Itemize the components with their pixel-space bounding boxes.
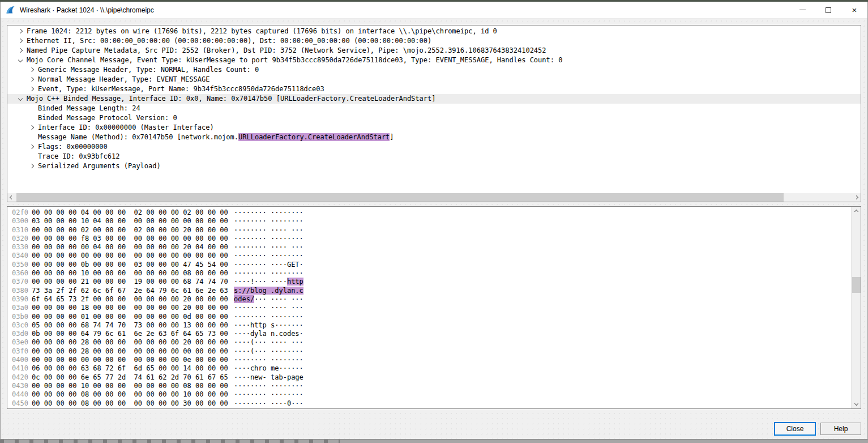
ascii-bytes[interactable]: ····chro me······ <box>234 364 303 372</box>
chevron-down-icon[interactable] <box>18 96 23 100</box>
tree-row[interactable]: Binded Message Protocol Version: 0 <box>7 113 861 123</box>
hex-bytes[interactable]: 00 00 00 00 f8 03 00 00 00 00 00 00 00 0… <box>32 235 234 243</box>
horizontal-scrollbar-thumb[interactable] <box>16 193 784 202</box>
tree-row[interactable]: Trace ID: 0x93bfc612 <box>7 152 861 161</box>
tree-row[interactable]: Normal Message Header, Type: EVENT_MESSA… <box>7 75 861 84</box>
hex-row[interactable]: 037000 00 00 00 21 00 00 00 19 00 00 00 … <box>12 278 850 286</box>
chevron-right-icon[interactable] <box>29 76 34 81</box>
hex-row[interactable]: 03f000 00 00 00 28 00 00 00 00 00 00 00 … <box>12 347 850 356</box>
hex-row[interactable]: 03b000 00 00 00 01 00 00 00 00 00 00 00 … <box>12 313 850 321</box>
tree-horizontal-scrollbar[interactable] <box>7 193 861 202</box>
hex-bytes[interactable]: 00 00 00 00 10 00 00 00 00 00 00 00 08 0… <box>32 269 234 278</box>
ascii-bytes[interactable]: ········ ···· ··· <box>234 243 303 251</box>
hex-bytes[interactable]: 00 00 00 00 02 00 00 00 02 00 00 00 20 0… <box>32 226 234 235</box>
ascii-bytes[interactable]: ········ ········ <box>234 390 303 398</box>
chevron-right-icon[interactable] <box>18 28 23 33</box>
tree-row[interactable]: Generic Message Header, Type: NORMAL, Ha… <box>7 65 861 75</box>
chevron-right-icon[interactable] <box>29 163 34 168</box>
hex-bytes[interactable]: 00 00 00 00 01 00 00 00 00 00 00 00 0d 0… <box>32 313 234 321</box>
chevron-right-icon[interactable] <box>18 48 23 52</box>
tree-row[interactable]: Flags: 0x00000000 <box>7 142 861 152</box>
tree-row[interactable]: Interface ID: 0x00000000 (Master Interfa… <box>7 123 861 133</box>
ascii-bytes[interactable]: ········ ········ <box>234 208 303 216</box>
ascii-bytes[interactable]: ········ ····0··· <box>234 399 303 407</box>
hex-row[interactable]: 034000 00 00 00 00 00 00 00 00 00 00 00 … <box>12 252 850 260</box>
ascii-bytes[interactable]: ····!··· ····http <box>234 278 303 286</box>
hex-row[interactable]: 032000 00 00 00 f8 03 00 00 00 00 00 00 … <box>12 235 850 243</box>
close-window-button[interactable]: × <box>841 2 867 18</box>
hex-bytes[interactable]: 00 00 00 00 21 00 00 00 19 00 00 00 68 7… <box>32 278 234 286</box>
hex-row[interactable]: 031000 00 00 00 02 00 00 00 02 00 00 00 … <box>12 226 850 235</box>
tree-row[interactable]: Mojo Core Channel Message, Event Type: k… <box>7 56 861 65</box>
hex-row[interactable]: 03c005 00 00 00 68 74 74 70 73 00 00 00 … <box>12 321 850 330</box>
ascii-bytes[interactable]: ········ ········ <box>234 235 303 242</box>
hex-row[interactable]: 033000 00 00 00 00 04 00 00 00 00 00 00 … <box>12 243 850 252</box>
hex-bytes[interactable]: 03 00 00 00 10 04 00 00 00 00 00 00 00 0… <box>32 217 234 225</box>
ascii-bytes[interactable]: ········ ········ <box>234 356 303 364</box>
tree-row[interactable]: Serialized Arguments (Payload) <box>7 161 861 171</box>
ascii-bytes[interactable]: ········ ········ <box>234 252 303 259</box>
hex-row[interactable]: 044000 00 00 00 08 00 00 00 00 00 00 00 … <box>12 390 850 399</box>
hex-bytes[interactable]: 00 00 00 00 00 00 00 00 00 00 00 00 00 0… <box>32 252 234 260</box>
ascii-bytes[interactable]: ········ ····GET· <box>234 261 303 269</box>
hex-row[interactable]: 043000 00 00 00 10 00 00 00 00 00 00 00 … <box>12 382 850 390</box>
tree-row[interactable]: Named Pipe Capture Metadata, Src PID: 25… <box>7 46 861 56</box>
hex-bytes[interactable]: 06 00 00 00 63 68 72 6f 6d 65 00 00 14 0… <box>32 364 234 373</box>
hex-row[interactable]: 035000 00 00 00 0b 00 00 00 03 00 00 00 … <box>12 261 850 269</box>
ascii-bytes[interactable]: s://blog .dylan.c <box>234 287 303 295</box>
hex-bytes[interactable]: 00 00 00 00 28 00 00 00 00 00 00 00 00 0… <box>32 347 234 356</box>
scroll-up-arrow-icon[interactable] <box>852 207 861 216</box>
scroll-down-arrow-icon[interactable] <box>852 399 861 408</box>
ascii-bytes[interactable]: ····(··· ········ <box>234 347 303 355</box>
close-button[interactable]: Close <box>774 422 816 436</box>
hex-bytes[interactable]: 00 00 00 00 00 04 00 00 00 00 00 00 20 0… <box>32 243 234 252</box>
tree-row[interactable]: Event, Type: kUserMessage, Port Name: 9b… <box>7 84 861 94</box>
hex-row[interactable]: 041006 00 00 00 63 68 72 6f 6d 65 00 00 … <box>12 364 850 373</box>
hex-bytes[interactable]: 73 3a 2f 2f 62 6c 6f 67 2e 64 79 6c 61 6… <box>32 287 234 295</box>
minimize-button[interactable] <box>789 2 815 18</box>
ascii-bytes[interactable]: ····dyla n.codes· <box>234 330 303 338</box>
hex-bytes[interactable]: 00 00 00 00 0b 00 00 00 03 00 00 00 47 4… <box>32 261 234 269</box>
hex-bytes[interactable]: 6f 64 65 73 2f 00 00 00 00 00 00 00 20 0… <box>32 295 234 304</box>
hex-bytes[interactable]: 00 00 00 00 04 00 00 00 02 00 00 00 02 0… <box>32 208 234 217</box>
hex-row[interactable]: 03a000 00 00 00 18 00 00 00 00 00 00 00 … <box>12 304 850 312</box>
hex-row[interactable]: 036000 00 00 00 10 00 00 00 00 00 00 00 … <box>12 269 850 278</box>
chevron-down-icon[interactable] <box>18 57 23 62</box>
hex-vertical-scrollbar[interactable] <box>851 207 861 408</box>
hex-row[interactable]: 03906f 64 65 73 2f 00 00 00 00 00 00 00 … <box>12 295 850 304</box>
chevron-right-icon[interactable] <box>29 86 34 91</box>
hex-row[interactable]: 03e000 00 00 00 28 00 00 00 00 00 00 00 … <box>12 338 850 347</box>
hex-bytes[interactable]: 0c 00 00 00 6e 65 77 2d 74 61 62 2d 70 6… <box>32 373 234 382</box>
ascii-bytes[interactable]: ····(··· ···· ··· <box>234 338 303 346</box>
scroll-right-arrow-icon[interactable] <box>852 193 861 202</box>
tree-row[interactable]: Frame 1024: 2212 bytes on wire (17696 bi… <box>7 27 861 36</box>
hex-row[interactable]: 040000 00 00 00 00 00 00 00 00 00 00 00 … <box>12 356 850 364</box>
hex-bytes[interactable]: 00 00 00 00 10 00 00 00 00 00 00 00 08 0… <box>32 382 234 390</box>
hex-row[interactable]: 02f000 00 00 00 04 00 00 00 02 00 00 00 … <box>12 208 850 217</box>
ascii-bytes[interactable]: ········ ···· ··· <box>234 304 303 312</box>
tree-row[interactable]: Message Name (Method): 0x70147b50 [netwo… <box>7 133 861 142</box>
tree-row[interactable]: Mojo C++ Binded Message, Interface ID: 0… <box>7 94 861 104</box>
chevron-right-icon[interactable] <box>18 38 23 42</box>
hex-bytes[interactable]: 00 00 00 00 08 00 00 00 00 00 00 00 10 0… <box>32 390 234 399</box>
chevron-right-icon[interactable] <box>29 144 34 148</box>
ascii-bytes[interactable]: ····http s······· <box>234 321 303 329</box>
ascii-bytes[interactable]: ········ ········ <box>234 269 303 277</box>
hex-bytes[interactable]: 05 00 00 00 68 74 74 70 73 00 00 00 13 0… <box>32 321 234 330</box>
tree-row[interactable]: Binded Message Length: 24 <box>7 104 861 113</box>
ascii-bytes[interactable]: odes/··· ···· ··· <box>234 295 303 303</box>
hex-row[interactable]: 04200c 00 00 00 6e 65 77 2d 74 61 62 2d … <box>12 373 850 382</box>
hex-row[interactable]: 030003 00 00 00 10 04 00 00 00 00 00 00 … <box>12 217 850 225</box>
ascii-bytes[interactable]: ········ ········ <box>234 313 303 321</box>
vertical-scrollbar-thumb[interactable] <box>852 277 861 293</box>
chevron-right-icon[interactable] <box>29 67 34 71</box>
ascii-bytes[interactable]: ········ ········ <box>234 217 303 225</box>
ascii-bytes[interactable]: ········ ···· ··· <box>234 226 303 234</box>
ascii-bytes[interactable]: ········ ········ <box>234 382 303 390</box>
hex-row[interactable]: 045000 00 00 00 08 00 00 00 00 00 00 00 … <box>12 399 850 408</box>
hex-bytes[interactable]: 0b 00 00 00 64 79 6c 61 6e 2e 63 6f 64 6… <box>32 330 234 338</box>
tree-row[interactable]: Ethernet II, Src: 00:00:00_00:00:00 (00:… <box>7 36 861 46</box>
hex-bytes[interactable]: 00 00 00 00 28 00 00 00 00 00 00 00 20 0… <box>32 338 234 347</box>
hex-bytes[interactable]: 00 00 00 00 00 00 00 00 00 00 00 00 0e 0… <box>32 356 234 364</box>
maximize-button[interactable] <box>815 2 841 18</box>
